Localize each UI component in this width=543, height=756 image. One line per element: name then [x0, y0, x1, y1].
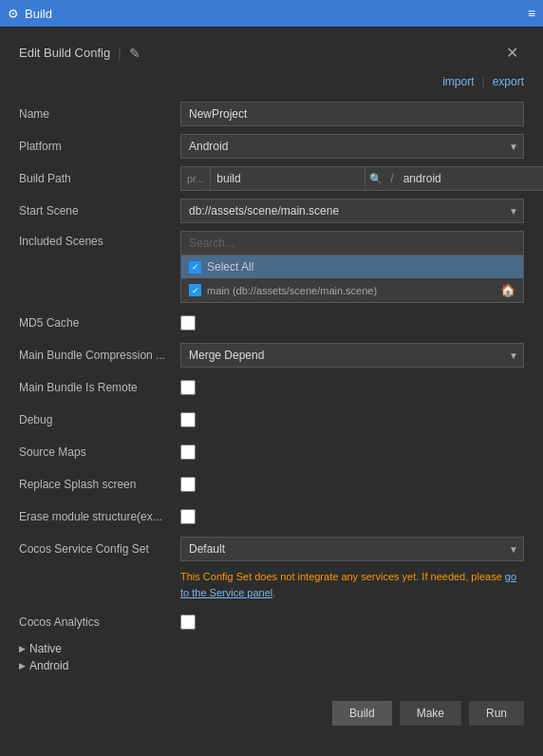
start-scene-select[interactable]: db://assets/scene/main.scene — [180, 198, 524, 223]
debug-checkbox[interactable] — [180, 412, 196, 427]
bar-separator: | — [482, 75, 485, 88]
build-path-label: Build Path — [19, 172, 180, 185]
included-scenes-label: Included Scenes — [19, 231, 180, 248]
dialog-title: Edit Build Config | ✎ — [19, 46, 140, 61]
dialog-header: Edit Build Config | ✎ ✕ — [19, 42, 524, 64]
source-maps-row: Source Maps — [19, 440, 524, 464]
build-path-row: Build Path pr... 🔍 / 📁 — [19, 166, 524, 191]
build-button[interactable]: Build — [332, 701, 392, 726]
cocos-service-select[interactable]: Default — [180, 537, 524, 561]
start-scene-select-wrapper: db://assets/scene/main.scene ▼ — [180, 198, 524, 223]
title-bar-label: Build — [25, 7, 52, 21]
home-icon[interactable]: 🏠 — [500, 283, 515, 297]
select-all-checkbox[interactable] — [189, 261, 201, 274]
warning-text: This Config Set does not integrate any s… — [180, 569, 524, 600]
title-bar: ⚙ Build ≡ — [0, 0, 543, 27]
import-link[interactable]: import — [442, 75, 474, 88]
md5-cache-row: MD5 Cache — [19, 311, 524, 335]
build-path-separator: / — [386, 166, 397, 191]
make-button[interactable]: Make — [400, 701, 461, 726]
import-export-bar: import | export — [19, 75, 524, 88]
main-bundle-remote-row: Main Bundle Is Remote — [19, 375, 524, 400]
main-bundle-compression-select[interactable]: Merge Depend None Merge All Mini Game Su… — [180, 343, 524, 368]
scenes-search-input[interactable] — [181, 232, 523, 255]
scenes-panel: Select All main (db://assets/scene/main.… — [180, 231, 524, 303]
name-field-wrapper — [180, 102, 524, 126]
android-collapsible[interactable]: ▶ Android — [19, 659, 524, 672]
hamburger-icon[interactable]: ≡ — [528, 6, 535, 21]
start-scene-row: Start Scene db://assets/scene/main.scene… — [19, 198, 524, 223]
build-path-control: pr... 🔍 / 📁 — [180, 166, 543, 191]
md5-cache-label: MD5 Cache — [19, 316, 180, 330]
debug-label: Debug — [19, 413, 180, 426]
build-path-right-input[interactable] — [398, 166, 543, 191]
export-link[interactable]: export — [493, 75, 524, 88]
name-row: Name — [19, 102, 524, 126]
cocos-service-wrapper: Default ▼ — [180, 537, 524, 561]
start-scene-label: Start Scene — [19, 204, 180, 217]
build-path-mid-input[interactable] — [210, 166, 365, 191]
build-path-prefix: pr... — [180, 166, 210, 191]
main-bundle-remote-checkbox[interactable] — [180, 380, 196, 395]
erase-module-checkbox[interactable] — [180, 509, 196, 524]
erase-module-label: Erase module structure(ex... — [19, 510, 180, 523]
platform-select[interactable]: Android iOS Web Desktop Web Mobile — [180, 134, 524, 159]
warning-message: This Config Set does not integrate any s… — [180, 571, 505, 582]
run-button[interactable]: Run — [469, 701, 524, 726]
main-bundle-compression-wrapper: Merge Depend None Merge All Mini Game Su… — [180, 343, 524, 368]
main-bundle-compression-row: Main Bundle Compression ... Merge Depend… — [19, 343, 524, 368]
pipe-divider: | — [118, 46, 121, 60]
footer: Build Make Run — [19, 691, 524, 726]
warning-container: This Config Set does not integrate any s… — [180, 569, 524, 600]
erase-module-row: Erase module structure(ex... — [19, 504, 524, 529]
platform-label: Platform — [19, 140, 180, 153]
source-maps-checkbox[interactable] — [180, 444, 196, 460]
dialog-title-text: Edit Build Config — [19, 46, 110, 60]
name-input[interactable] — [180, 102, 524, 126]
scene-item: main (db://assets/scene/main.scene) 🏠 — [181, 278, 523, 302]
platform-row: Platform Android iOS Web Desktop Web Mob… — [19, 134, 524, 159]
native-collapsible[interactable]: ▶ Native — [19, 642, 524, 655]
replace-splash-row: Replace Splash screen — [19, 472, 524, 497]
search-icon: 🔍 — [365, 166, 386, 191]
cocos-analytics-checkbox[interactable] — [180, 614, 196, 630]
md5-cache-checkbox[interactable] — [180, 315, 196, 331]
main-container: Edit Build Config | ✎ ✕ import | export … — [0, 27, 543, 756]
main-bundle-compression-label: Main Bundle Compression ... — [19, 349, 180, 362]
select-all-row[interactable]: Select All — [181, 255, 523, 278]
source-maps-label: Source Maps — [19, 445, 180, 459]
cocos-service-label: Cocos Service Config Set — [19, 542, 180, 556]
close-button[interactable]: ✕ — [500, 42, 524, 64]
included-scenes-section: Included Scenes Select All main (db://as… — [19, 231, 524, 303]
scene-item-label: main (db://assets/scene/main.scene) — [207, 285, 377, 296]
native-triangle-icon: ▶ — [19, 644, 26, 653]
replace-splash-label: Replace Splash screen — [19, 478, 180, 491]
cocos-service-row: Cocos Service Config Set Default ▼ — [19, 537, 524, 561]
native-label: Native — [29, 642, 62, 655]
warning-dot: . — [272, 587, 275, 598]
replace-splash-checkbox[interactable] — [180, 477, 196, 492]
android-label: Android — [29, 659, 68, 672]
edit-icon[interactable]: ✎ — [129, 46, 140, 61]
main-bundle-remote-label: Main Bundle Is Remote — [19, 381, 180, 394]
cocos-analytics-label: Cocos Analytics — [19, 615, 180, 629]
build-icon: ⚙ — [8, 7, 19, 21]
select-all-label: Select All — [207, 260, 253, 274]
debug-row: Debug — [19, 407, 524, 432]
platform-select-wrapper: Android iOS Web Desktop Web Mobile ▼ — [180, 134, 524, 159]
cocos-analytics-row: Cocos Analytics — [19, 610, 524, 634]
android-triangle-icon: ▶ — [19, 661, 26, 671]
build-path-inputs: pr... 🔍 / 📁 — [180, 166, 543, 191]
name-label: Name — [19, 107, 180, 121]
scene-checkbox[interactable] — [189, 284, 201, 296]
